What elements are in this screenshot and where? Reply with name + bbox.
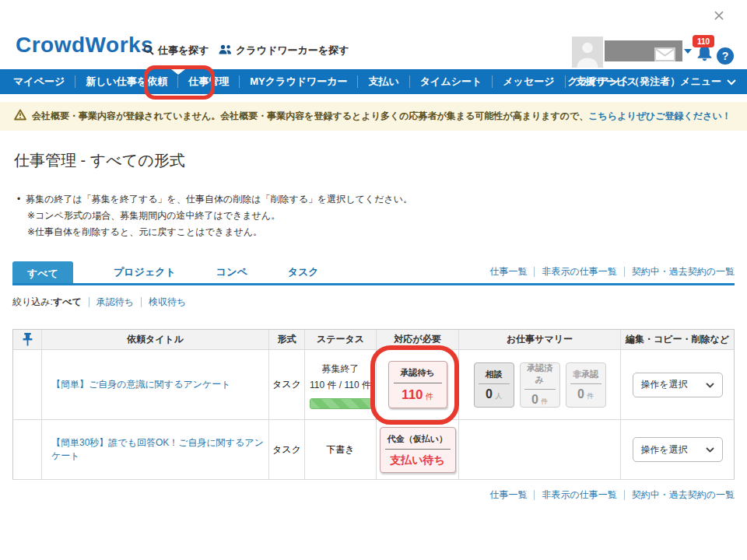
job-summary: 相談 0 人 承認済み 0 件 非承認 0 件 — [474, 362, 606, 408]
header-edit: 編集・コピー・削除など — [620, 330, 734, 349]
progress-bar — [310, 398, 372, 409]
pin-icon — [13, 330, 41, 349]
quick-links-top: 仕事一覧 非表示の仕事一覧 契約中・過去契約の一覧 — [489, 265, 735, 278]
warning-triangle-icon — [14, 109, 26, 124]
register-profile-link[interactable]: こちらよりぜひご登録ください！ — [588, 110, 731, 121]
tabs-underline — [12, 283, 735, 285]
job-title-link[interactable]: 【簡単30秒】誰でも回答OK！ご自身に関するアンケート — [51, 436, 268, 463]
job-title-link[interactable]: 【簡単】ご自身の意識に関するアンケート — [51, 378, 231, 391]
nav-item-timesheet[interactable]: タイムシート — [410, 75, 493, 89]
hidden-jobs-link[interactable]: 非表示の仕事一覧 — [542, 265, 616, 278]
approved-box[interactable]: 承認済み 0 件 — [520, 362, 560, 408]
job-list-link[interactable]: 仕事一覧 — [489, 488, 527, 502]
header-type: 形式 — [268, 330, 304, 349]
client-menu-dropdown[interactable]: クライアント（発注者）メニュー — [567, 69, 736, 94]
job-type: タスク — [268, 350, 304, 419]
operation-select[interactable]: 操作を選択 — [633, 437, 723, 462]
job-list-link[interactable]: 仕事一覧 — [489, 265, 527, 278]
crowdworks-job-management-page: CrowdWorks 仕事を探す クラウドワーカーを探す 110 ? マイページ… — [0, 0, 747, 560]
payment-pending-text: 支払い待ち — [385, 453, 451, 467]
find-workers-label: クラウドワーカーを探す — [236, 44, 349, 58]
people-icon — [219, 44, 232, 57]
link-divider — [534, 267, 535, 277]
filter-label: 絞り込み: — [12, 296, 53, 309]
pending-approval-unit: 件 — [426, 392, 433, 401]
find-jobs-link[interactable]: 仕事を探す — [143, 44, 209, 58]
contracts-link[interactable]: 契約中・過去契約の一覧 — [632, 488, 735, 502]
empty-summary-cell — [458, 420, 620, 479]
status-cell: 募集終了 110 件 / 110 件 — [304, 350, 376, 419]
account-caret-down-icon — [684, 49, 692, 54]
table-row: 【簡単30秒】誰でも回答OK！ご自身に関するアンケート タスク 下書き 代金（仮… — [12, 420, 735, 480]
find-workers-link[interactable]: クラウドワーカーを探す — [219, 44, 349, 58]
link-divider — [624, 490, 625, 500]
banner-close-icon[interactable] — [714, 9, 724, 23]
instruction-notes: 募集の終了は「募集を終了する」を、仕事自体の削除は「削除する」を選択してください… — [17, 191, 412, 240]
chevron-down-icon — [706, 380, 714, 390]
page-title: 仕事管理 - すべての形式 — [14, 150, 185, 171]
find-jobs-label: 仕事を探す — [158, 44, 209, 58]
job-type: タスク — [268, 420, 304, 479]
pin-cell — [13, 420, 41, 479]
header-status: ステータス — [304, 330, 376, 349]
tab-task[interactable]: タスク — [288, 259, 319, 285]
rejected-box[interactable]: 非承認 0 件 — [566, 362, 606, 408]
notification-count-badge: 110 — [693, 35, 714, 47]
link-divider — [534, 490, 535, 500]
link-divider — [141, 297, 142, 307]
header-title: 依頼タイトル — [41, 330, 268, 349]
pending-approval-count: 110 — [402, 387, 423, 402]
chevron-down-icon — [727, 76, 736, 88]
header-action-needed: 対応が必要 — [376, 330, 458, 349]
header-summary: お仕事サマリー — [458, 330, 620, 349]
payment-pending-box[interactable]: 代金（仮払い） 支払い待ち — [380, 427, 456, 473]
nav-item-new-job[interactable]: 新しい仕事を依頼 — [75, 75, 177, 89]
crowdworks-logo[interactable]: CrowdWorks — [16, 33, 153, 58]
user-avatar[interactable] — [572, 37, 603, 68]
messages-mail-icon[interactable] — [654, 47, 675, 65]
pending-approval-box[interactable]: 承認待ち 110 件 — [388, 361, 447, 408]
chevron-down-icon — [706, 444, 714, 455]
filter-bar: 絞り込み: すべて 承認待ち 検収待ち — [12, 296, 186, 309]
jobs-table: 依頼タイトル 形式 ステータス 対応が必要 お仕事サマリー 編集・コピー・削除な… — [12, 329, 735, 480]
consultation-box[interactable]: 相談 0 人 — [474, 362, 514, 408]
tab-competition[interactable]: コンペ — [216, 259, 247, 285]
filter-pending-approval-link[interactable]: 承認待ち — [96, 296, 134, 309]
link-divider — [624, 267, 625, 277]
note-line: 募集の終了は「募集を終了する」を、仕事自体の削除は「削除する」を選択してください… — [17, 191, 412, 208]
table-header-row: 依頼タイトル 形式 ステータス 対応が必要 お仕事サマリー 編集・コピー・削除な… — [12, 329, 735, 350]
payment-label: 代金（仮払い） — [385, 433, 451, 450]
pin-cell — [13, 350, 41, 419]
main-nav: マイページ 新しい仕事を依頼 仕事管理 MYクラウドワーカー 支払い タイムシー… — [0, 69, 747, 94]
nav-item-mypage[interactable]: マイページ — [3, 75, 75, 89]
operation-select[interactable]: 操作を選択 — [633, 373, 723, 397]
nav-item-job-management[interactable]: 仕事管理 — [178, 75, 239, 89]
note-line: ※仕事自体を削除すると、元に戻すことはできません。 — [17, 224, 412, 240]
tab-all[interactable]: すべて — [12, 261, 73, 285]
warning-text: 会社概要・事業内容が登録されていません。会社概要・事業内容を登録するとより多くの… — [32, 110, 731, 123]
hidden-jobs-link[interactable]: 非表示の仕事一覧 — [542, 488, 616, 502]
nav-item-payment[interactable]: 支払い — [358, 75, 409, 89]
active-nav-pointer — [171, 69, 185, 75]
note-line: ※コンペ形式の場合、募集期間内の途中終了はできません。 — [17, 208, 412, 224]
help-icon[interactable]: ? — [717, 47, 734, 65]
status-text: 募集終了 — [322, 362, 359, 376]
pending-approval-label: 承認待ち — [394, 367, 442, 383]
contracts-link[interactable]: 契約中・過去契約の一覧 — [632, 265, 735, 278]
nav-item-messages[interactable]: メッセージ — [493, 75, 564, 89]
search-icon — [143, 44, 154, 58]
tab-project[interactable]: プロジェクト — [114, 259, 176, 285]
table-row: 【簡単】ご自身の意識に関するアンケート タスク 募集終了 110 件 / 110… — [12, 350, 735, 420]
filter-selected-all: すべて — [53, 296, 82, 309]
filter-pending-inspection-link[interactable]: 検収待ち — [149, 296, 186, 309]
client-menu-label: クライアント（発注者）メニュー — [567, 75, 721, 89]
format-tabs: すべて プロジェクト コンペ タスク — [12, 259, 319, 285]
notifications-bell-icon[interactable] — [695, 44, 714, 66]
status-cell: 下書き — [304, 420, 376, 479]
status-count: 110 件 / 110 件 — [310, 379, 371, 392]
quick-links-bottom: 仕事一覧 非表示の仕事一覧 契約中・過去契約の一覧 — [489, 488, 735, 502]
nav-item-my-crowdworker[interactable]: MYクラウドワーカー — [240, 75, 357, 89]
link-divider — [89, 297, 89, 307]
company-profile-warning-banner: 会社概要・事業内容が登録されていません。会社概要・事業内容を登録するとより多くの… — [0, 102, 747, 131]
